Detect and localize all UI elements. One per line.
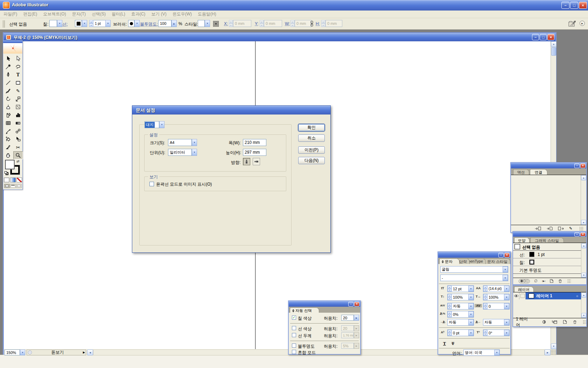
doc-minimize-button[interactable]: – bbox=[532, 34, 539, 40]
w-field[interactable]: ▲▼ 0 mm bbox=[290, 20, 312, 27]
edit-original-icon[interactable]: ✎ bbox=[569, 226, 572, 231]
app-minimize-button[interactable]: – bbox=[561, 2, 569, 9]
new-art-maintains-appearance-button[interactable] bbox=[519, 279, 530, 283]
resize-grip[interactable] bbox=[567, 279, 571, 283]
layer-row-selected[interactable]: 레이어 1 ○ bbox=[526, 292, 581, 299]
control-bar-grip[interactable] bbox=[3, 20, 5, 28]
language-dropdown[interactable]: 영어: 미국 ▼ bbox=[463, 349, 500, 356]
chevron-down-icon[interactable]: ▼ bbox=[503, 275, 508, 281]
chevron-down-icon[interactable]: ▼ bbox=[57, 20, 62, 27]
chevron-down-icon[interactable]: ▼ bbox=[20, 349, 25, 355]
chevron-down-icon[interactable]: ▼ bbox=[504, 319, 509, 325]
rectangle-tool[interactable] bbox=[13, 79, 23, 87]
control-bar-menu-button[interactable]: ▶ bbox=[580, 21, 585, 26]
layers-scrollbar[interactable]: ▲ ▼ bbox=[581, 292, 586, 318]
links-body[interactable]: ▲ ▼ bbox=[511, 175, 586, 225]
size-dropdown[interactable]: A4 ▼ bbox=[168, 139, 197, 146]
make-clipping-mask-icon[interactable] bbox=[542, 320, 546, 324]
chevron-down-icon[interactable]: ▼ bbox=[468, 311, 474, 317]
scroll-up-icon[interactable]: ▲ bbox=[581, 243, 586, 248]
chevron-down-icon[interactable]: ▼ bbox=[504, 294, 509, 300]
stroke-weight-checkbox[interactable] bbox=[292, 333, 296, 337]
strikethrough-button[interactable]: T bbox=[449, 340, 456, 347]
palette-minimize-icon[interactable]: – bbox=[498, 253, 504, 257]
spinner[interactable]: ▲▼ bbox=[229, 20, 233, 27]
reference-point-icon[interactable] bbox=[212, 20, 220, 28]
scroll-left-icon[interactable]: ◀ bbox=[87, 349, 93, 355]
outline-mode-checkbox[interactable] bbox=[149, 182, 154, 186]
warp-tool[interactable] bbox=[4, 103, 13, 111]
scroll-right-icon[interactable]: ▶ bbox=[545, 349, 551, 355]
collapse-icon[interactable] bbox=[292, 309, 294, 312]
toolbox-drag-bar[interactable] bbox=[3, 41, 22, 43]
opacity-checkbox[interactable] bbox=[292, 343, 296, 348]
palette-minimize-icon[interactable]: – bbox=[574, 164, 580, 168]
kerning-stepper[interactable]: ▲▼ 자동 ▼ bbox=[447, 303, 474, 310]
layer-thumbnail[interactable] bbox=[528, 293, 534, 298]
slice-tool[interactable] bbox=[4, 143, 13, 151]
mesh-tool[interactable] bbox=[4, 119, 13, 127]
symbol-sprayer-tool[interactable] bbox=[4, 111, 13, 119]
resize-grip[interactable] bbox=[551, 349, 556, 355]
menu-help[interactable]: 도움말(H) bbox=[198, 11, 216, 17]
spinner[interactable]: ▲▼ bbox=[448, 286, 452, 292]
doc-maximize-button[interactable]: □ bbox=[540, 34, 547, 40]
fill-color-swatch[interactable] bbox=[5, 160, 14, 169]
horizontal-scale-stepper[interactable]: ▲▼ 100% ▼ bbox=[483, 294, 510, 300]
chevron-down-icon[interactable]: ▼ bbox=[192, 139, 197, 146]
font-family-dropdown[interactable]: 굴림 ▼ bbox=[440, 266, 508, 273]
live-paint-bucket-tool[interactable] bbox=[4, 135, 13, 143]
scroll-up-icon[interactable]: ▲ bbox=[581, 175, 586, 180]
tolerance-field[interactable]: 20 bbox=[341, 315, 354, 321]
line-segment-tool[interactable] bbox=[4, 79, 13, 87]
standard-screen-button[interactable] bbox=[4, 184, 10, 188]
palette-close-icon[interactable]: × bbox=[580, 164, 586, 168]
y-field[interactable]: ▲▼ 0 mm bbox=[260, 20, 282, 27]
dialog-title-bar[interactable]: 문서 설정 bbox=[132, 106, 330, 114]
spinner[interactable]: ▲▼ bbox=[321, 20, 326, 27]
visibility-toggle[interactable] bbox=[513, 292, 519, 299]
opacity-field[interactable]: 100 ▶ bbox=[158, 20, 177, 27]
hand-tool[interactable] bbox=[4, 151, 13, 159]
swap-fill-stroke-icon[interactable]: ⇄ bbox=[16, 159, 19, 163]
chevron-down-icon[interactable]: ▼ bbox=[468, 303, 474, 309]
scale-tool[interactable] bbox=[13, 95, 23, 103]
appearance-stroke-swatch[interactable] bbox=[530, 252, 534, 257]
trash-icon[interactable] bbox=[573, 320, 577, 324]
chevron-down-icon[interactable]: ▼ bbox=[105, 20, 111, 27]
type-tool[interactable]: T bbox=[13, 71, 23, 79]
spinner[interactable]: ▲▼ bbox=[260, 20, 264, 27]
document-title-bar[interactable]: 무제-2 @ 150% (CMYK/미리보기) – □ × bbox=[4, 33, 555, 41]
h-value[interactable]: 0 mm bbox=[326, 20, 342, 27]
dialog-section-dropdown[interactable]: 대지 ▼ bbox=[145, 121, 164, 128]
w-value[interactable]: 0 mm bbox=[295, 20, 312, 27]
stroke-color-checkbox[interactable] bbox=[292, 326, 296, 330]
next-button[interactable]: 다음(N) bbox=[298, 157, 325, 164]
spinner[interactable]: ▲▼ bbox=[483, 330, 488, 336]
magic-wand-tool[interactable] bbox=[4, 63, 13, 71]
tab-actions[interactable]: 액션 bbox=[513, 169, 529, 175]
fullscreen-button[interactable] bbox=[16, 184, 22, 188]
zoom-level-value[interactable]: 150% bbox=[5, 349, 20, 355]
chevron-down-icon[interactable]: ▼ bbox=[468, 330, 474, 336]
opacity-link[interactable]: 불투명도: bbox=[140, 21, 158, 27]
fullscreen-menu-button[interactable] bbox=[10, 184, 16, 188]
x-value[interactable]: 0 mm bbox=[233, 20, 251, 27]
scissors-tool[interactable]: ✂ bbox=[13, 143, 23, 151]
aki-left-dropdown[interactable]: 자동 ▼ bbox=[447, 319, 474, 326]
lasso-tool[interactable] bbox=[13, 63, 23, 71]
direct-selection-tool[interactable] bbox=[13, 55, 23, 63]
prev-button[interactable]: 이전(P) bbox=[298, 146, 325, 154]
character-title-bar[interactable]: – × bbox=[438, 252, 510, 258]
spinner[interactable]: ▲▼ bbox=[448, 303, 452, 309]
character-rotation-stepper[interactable]: ▲▼ 0° ▼ bbox=[483, 329, 510, 336]
cancel-button[interactable]: 취소 bbox=[298, 134, 325, 142]
portrait-orientation-button[interactable] bbox=[243, 158, 250, 165]
blend-tool[interactable] bbox=[13, 127, 23, 135]
tab-links[interactable]: 연결 bbox=[530, 169, 547, 175]
reduce-to-basic-icon[interactable]: ○▶○ bbox=[542, 280, 546, 283]
spinner[interactable]: ▲▼ bbox=[483, 294, 488, 300]
font-style-dropdown[interactable]: - ▼ bbox=[440, 275, 508, 281]
menu-effect[interactable]: 효과(C) bbox=[131, 11, 146, 17]
app-close-button[interactable]: × bbox=[579, 2, 587, 9]
